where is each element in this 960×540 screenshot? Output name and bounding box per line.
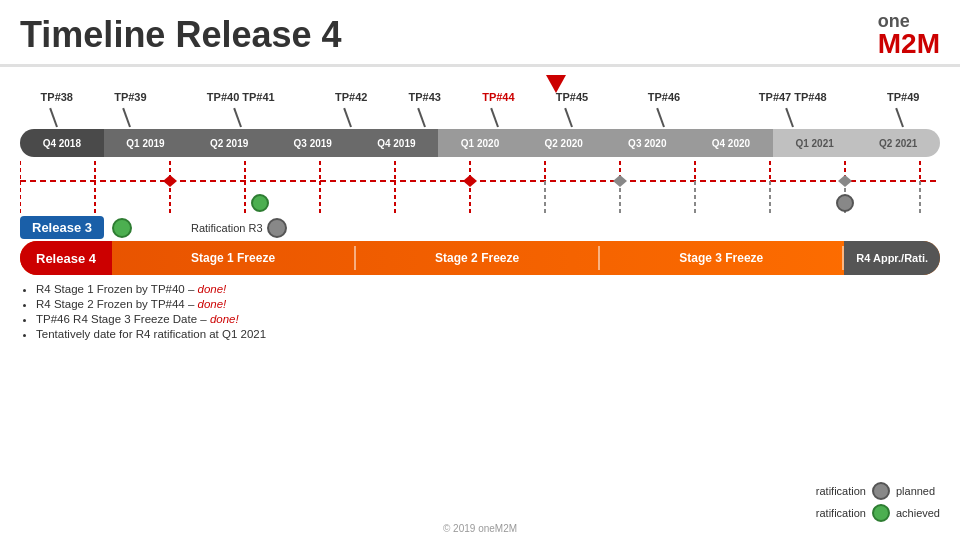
footer-text: © 2019 oneM2M (443, 523, 517, 534)
tp-item: TP#45 (535, 91, 609, 127)
footer: © 2019 oneM2M (443, 523, 517, 534)
legend-achieved-dot (872, 504, 890, 522)
timeline-section: TP#38 TP#39 TP#40 TP#41 TP#42 TP#43 TP#4… (0, 67, 960, 275)
stage2-label: Stage 2 Freeze (356, 251, 598, 265)
tp-row: TP#38 TP#39 TP#40 TP#41 TP#42 TP#43 TP#4… (20, 75, 940, 127)
tp-item: TP#39 (94, 91, 168, 127)
release3-label: Release 3 (20, 216, 104, 239)
legend-planned-type: planned (896, 485, 935, 497)
bullet-item: Tentatively date for R4 ratification at … (36, 328, 960, 340)
release4-label: Release 4 (20, 241, 112, 275)
tp-item: TP#49 (866, 91, 940, 127)
r4-end-label: R4 Appr./Rati. (844, 241, 940, 275)
logo-m2m: M2M (878, 30, 940, 58)
legend-achieved: ratification achieved (816, 504, 940, 522)
header: Timeline Release 4 one M2M (0, 0, 960, 67)
legend-achieved-label: ratification (816, 507, 866, 519)
svg-point-31 (252, 195, 268, 211)
legend-planned-dot (872, 482, 890, 500)
svg-marker-29 (613, 175, 627, 187)
quarter-q3-2020: Q3 2020 (605, 129, 689, 157)
logo: one M2M (878, 12, 940, 58)
quarter-q4-2020: Q4 2020 (689, 129, 773, 157)
ratification-r3-label: Ratification R3 (191, 222, 263, 234)
fishbone-svg (20, 161, 940, 216)
svg-marker-30 (838, 175, 852, 187)
quarter-q4-2019: Q4 2019 (355, 129, 439, 157)
legend: ratification planned ratification achiev… (816, 482, 940, 522)
release3-dot (112, 218, 132, 238)
quarter-bar: Q4 2018 Q1 2019 Q2 2019 Q3 2019 Q4 2019 … (20, 129, 940, 157)
bullet-item: TP#46 R4 Stage 3 Freeze Date – done! (36, 313, 960, 325)
quarter-q1-2020: Q1 2020 (438, 129, 522, 157)
tp-item: TP#42 (314, 91, 388, 127)
stage1-label: Stage 1 Freeze (112, 251, 354, 265)
fishbone-area (20, 161, 940, 216)
bullet-item: R4 Stage 1 Frozen by TP#40 – done! (36, 283, 960, 295)
page-title: Timeline Release 4 (20, 14, 342, 56)
quarter-q4-2018: Q4 2018 (20, 129, 104, 157)
bullet-list: R4 Stage 1 Frozen by TP#40 – done! R4 St… (0, 283, 960, 340)
stage3-label: Stage 3 Freeze (600, 251, 842, 265)
svg-point-32 (837, 195, 853, 211)
legend-planned: ratification planned (816, 482, 940, 500)
tp-item-current: TP#44 (462, 91, 536, 127)
legend-planned-label: ratification (816, 485, 866, 497)
tp-item: TP#40 TP#41 (167, 91, 314, 127)
svg-marker-27 (163, 175, 177, 187)
quarter-q2-2021: Q2 2021 (856, 129, 940, 157)
ratification-r3-dot (267, 218, 287, 238)
bullet-item: R4 Stage 2 Frozen by TP#44 – done! (36, 298, 960, 310)
svg-marker-28 (463, 175, 477, 187)
quarter-q3-2019: Q3 2019 (271, 129, 355, 157)
tp-item: TP#43 (388, 91, 462, 127)
tp-item: TP#38 (20, 91, 94, 127)
quarter-q2-2020: Q2 2020 (522, 129, 606, 157)
quarter-q1-2021: Q1 2021 (773, 129, 857, 157)
tp-item: TP#46 (609, 91, 719, 127)
release3-row: Release 3 Ratification R3 (20, 216, 940, 239)
release4-bar: Release 4 Stage 1 Freeze Stage 2 Freeze … (20, 241, 940, 275)
quarter-q2-2019: Q2 2019 (187, 129, 271, 157)
legend-achieved-type: achieved (896, 507, 940, 519)
tp-item: TP#47 TP#48 (719, 91, 866, 127)
quarter-q1-2019: Q1 2019 (104, 129, 188, 157)
